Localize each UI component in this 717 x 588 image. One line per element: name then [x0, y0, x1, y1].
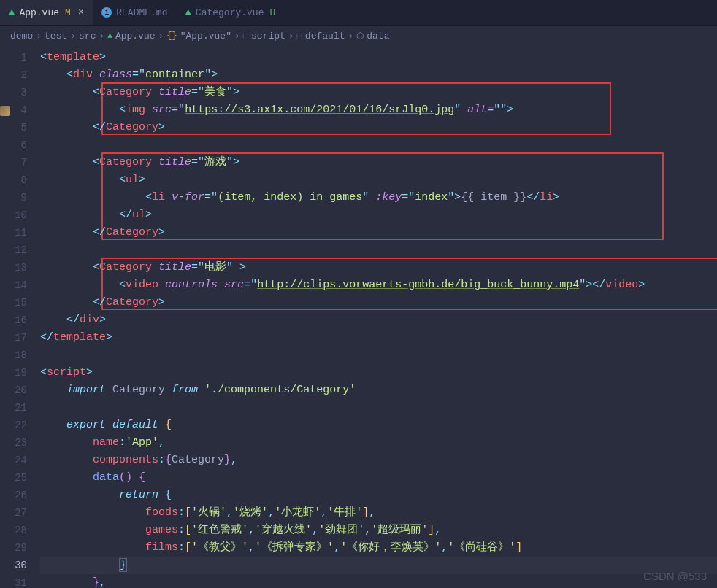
code-line: </Category>	[40, 294, 717, 312]
tab-label: README.md	[116, 7, 167, 18]
code-line: }	[40, 557, 717, 574]
tab-app-vue[interactable]: ▲ App.vue M ×	[0, 0, 93, 25]
close-icon[interactable]: ×	[78, 7, 84, 18]
tab-readme[interactable]: i README.md	[93, 0, 176, 25]
code-editor[interactable]: 1234567891011121314151617181920212223242…	[0, 46, 717, 588]
code-line: <Category title="电影" >	[40, 259, 717, 276]
code-line: return {	[40, 487, 717, 504]
breadcrumb-item[interactable]: src	[79, 31, 96, 42]
code-line: games:['红色警戒','穿越火线','劲舞团','超级玛丽'],	[40, 522, 717, 539]
tab-category-vue[interactable]: ▲ Category.vue U	[176, 0, 284, 25]
code-line: components:{Category},	[40, 452, 717, 469]
breadcrumb-item[interactable]: data	[367, 31, 389, 42]
code-line: films:['《教父》','《拆弹专家》','《你好，李焕英》','《尚硅谷》…	[40, 539, 717, 557]
cube-icon: ⬡	[356, 31, 364, 42]
breadcrumb-item[interactable]: default	[305, 31, 345, 42]
module-icon: ⬚	[297, 31, 302, 42]
code-line: </template>	[40, 329, 717, 347]
code-line: data() {	[40, 469, 717, 487]
chevron-right-icon: ›	[234, 31, 240, 42]
braces-icon: {}	[166, 31, 177, 41]
code-area[interactable]: <template> <div class="container"> <Cate…	[40, 46, 717, 588]
code-line: <li v-for="(item, index) in games" :key=…	[40, 189, 717, 206]
code-line	[40, 136, 717, 154]
breadcrumb[interactable]: demo› test› src› ▲ App.vue› {} "App.vue"…	[0, 26, 717, 46]
tab-label: Category.vue	[196, 7, 264, 18]
image-preview-thumbnail	[0, 106, 10, 116]
code-line: <Category title="游戏">	[40, 154, 717, 171]
breadcrumb-item[interactable]: test	[45, 31, 67, 42]
chevron-right-icon: ›	[158, 31, 164, 42]
chevron-right-icon: ›	[70, 31, 76, 42]
code-line: <img src="https://s3.ax1x.com/2021/01/16…	[40, 101, 717, 119]
code-line: name:'App',	[40, 434, 717, 452]
code-line: <template>	[40, 49, 717, 66]
breadcrumb-item[interactable]: App.vue	[115, 31, 156, 42]
tab-label: App.vue	[19, 7, 59, 18]
code-line: </div>	[40, 312, 717, 329]
module-icon: ⬚	[243, 31, 248, 42]
code-line: <script>	[40, 364, 717, 382]
code-line: </Category>	[40, 119, 717, 136]
chevron-right-icon: ›	[36, 31, 42, 42]
untracked-badge: U	[269, 7, 275, 18]
code-line: <div class="container">	[40, 66, 717, 84]
code-line: export default {	[40, 417, 717, 434]
vue-icon: ▲	[9, 7, 15, 18]
chevron-right-icon: ›	[348, 31, 353, 42]
watermark: CSDN @533	[643, 570, 707, 582]
vue-icon: ▲	[185, 7, 191, 18]
breadcrumb-item[interactable]: script	[251, 31, 285, 42]
breadcrumb-item[interactable]: "App.vue"	[180, 31, 231, 42]
vue-icon: ▲	[107, 31, 112, 40]
breadcrumb-item[interactable]: demo	[10, 31, 33, 42]
code-line: foods:['火锅','烧烤','小龙虾','牛排'],	[40, 504, 717, 522]
info-icon: i	[101, 7, 112, 18]
code-line	[40, 241, 717, 259]
code-line: </ul>	[40, 206, 717, 224]
code-line	[40, 347, 717, 364]
code-line: import Category from './components/Categ…	[40, 382, 717, 399]
chevron-right-icon: ›	[99, 31, 104, 42]
code-line: <Category title="美食">	[40, 84, 717, 101]
code-line: </Category>	[40, 224, 717, 241]
code-line: <video controls src="http://clips.vorwae…	[40, 276, 717, 294]
code-line: },	[40, 574, 717, 588]
code-line	[40, 399, 717, 417]
modified-badge: M	[65, 7, 71, 18]
line-number-gutter: 1234567891011121314151617181920212223242…	[0, 46, 40, 588]
code-line: <ul>	[40, 171, 717, 189]
chevron-right-icon: ›	[288, 31, 294, 42]
editor-tabs: ▲ App.vue M × i README.md ▲ Category.vue…	[0, 0, 717, 26]
